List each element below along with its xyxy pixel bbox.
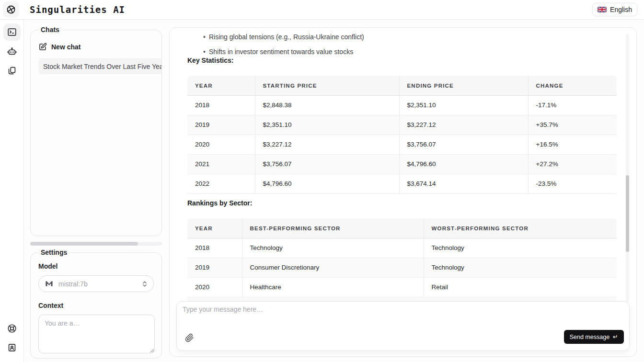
app-logo — [3, 1, 19, 18]
table-row: 2022$4,796.60$3,674.14-23.5% — [187, 174, 617, 194]
table-cell: 2020 — [187, 278, 242, 297]
context-label: Context — [38, 302, 161, 309]
language-label: English — [610, 6, 632, 13]
table-cell: Technology — [424, 258, 617, 278]
table-cell: 2019 — [187, 258, 242, 278]
send-message-label: Send message — [570, 334, 610, 340]
model-select[interactable]: mistral:7b — [38, 275, 154, 292]
table-row: 2020HealthcareRetail — [187, 278, 617, 297]
table-cell: +27.2% — [528, 155, 617, 174]
enter-key-icon: ↵ — [613, 334, 618, 340]
new-chat-button[interactable]: New chat — [38, 43, 80, 51]
edit-pencil-icon — [38, 43, 47, 51]
bullet-item: Rising global tensions (e.g., Russia-Ukr… — [203, 32, 364, 42]
copy-icon — [7, 65, 17, 76]
terminal-icon — [7, 27, 17, 37]
mistral-logo-icon — [45, 279, 54, 288]
table-cell: $3,756.07 — [255, 155, 399, 174]
planet-leaf-icon — [6, 4, 16, 15]
table-cell: $2,351.10 — [255, 115, 399, 135]
message-input[interactable] — [183, 305, 518, 330]
chats-panel: Chats New chat Stock Market Trends Over … — [30, 30, 162, 236]
model-select-value: mistral:7b — [58, 280, 137, 288]
column-header: STARTING PRICE — [255, 76, 399, 96]
chats-horizontal-scrollbar[interactable] — [30, 242, 162, 246]
key-statistics-heading: Key Statistics: — [187, 57, 233, 64]
user-card-icon — [7, 342, 17, 353]
chats-horizontal-scrollbar-thumb[interactable] — [30, 242, 138, 246]
main-vertical-scrollbar[interactable] — [626, 34, 629, 302]
settings-panel-legend: Settings — [38, 248, 69, 257]
context-input[interactable] — [38, 315, 155, 353]
rail-item-copy-pages[interactable] — [3, 62, 21, 79]
table-header-row: YEARBEST-PERFORMING SECTORWORST-PERFORMI… — [187, 218, 617, 238]
table-cell: -17.1% — [528, 96, 617, 115]
rail-item-help[interactable] — [3, 320, 21, 337]
table-cell: Healthcare — [242, 278, 424, 297]
table-cell: $2,351.10 — [399, 96, 528, 115]
column-header: YEAR — [187, 76, 255, 96]
table-row: 2019Consumer DiscretionaryTechnology — [187, 258, 617, 278]
table-cell: $2,848.38 — [255, 96, 399, 115]
table-cell: $3,227.12 — [255, 135, 399, 155]
column-header: WORST-PERFORMING SECTOR — [424, 218, 617, 238]
chevron-up-down-icon — [142, 281, 148, 287]
table-cell: +35.7% — [528, 115, 617, 135]
table-cell: 2021 — [187, 155, 255, 174]
column-header: YEAR — [187, 218, 242, 238]
column-header: BEST-PERFORMING SECTOR — [242, 218, 424, 238]
table-row: 2019$2,351.10$3,227.12+35.7% — [187, 115, 617, 135]
icon-rail — [0, 20, 24, 362]
rankings-heading: Rankings by Sector: — [187, 199, 252, 207]
table-row: 2021$3,756.07$4,796.60+27.2% — [187, 155, 617, 174]
table-row: 2020$3,227.12$3,756.07+16.5% — [187, 135, 617, 155]
table-cell: $3,674.14 — [399, 174, 528, 194]
table-row: 2018$2,848.38$2,351.10-17.1% — [187, 96, 617, 115]
main-vertical-scrollbar-thumb[interactable] — [626, 175, 629, 252]
table-cell: 2018 — [187, 96, 255, 115]
language-button[interactable]: English — [592, 3, 637, 16]
model-label: Model — [38, 262, 161, 270]
table-cell: $3,227.12 — [399, 115, 528, 135]
table-cell: $4,796.60 — [255, 174, 399, 194]
table-cell: 2022 — [187, 174, 255, 194]
paperclip-icon — [185, 333, 194, 342]
table-cell: -23.5% — [528, 174, 617, 194]
top-bar: Singularities AI English — [0, 0, 644, 20]
table-cell: +16.5% — [528, 135, 617, 155]
attach-file-button[interactable] — [183, 331, 196, 344]
table-cell: Consumer Discretionary — [242, 258, 424, 278]
table-header-row: YEARSTARTING PRICEENDING PRICECHANGE — [187, 76, 617, 96]
rail-item-chat-terminal[interactable] — [3, 23, 21, 41]
new-chat-label: New chat — [51, 43, 80, 51]
statistics-table: YEARSTARTING PRICEENDING PRICECHANGE2018… — [187, 76, 617, 194]
table-cell: Technology — [424, 238, 617, 258]
uk-flag-icon — [598, 7, 607, 12]
settings-panel: Settings Model mistral:7b Context — [30, 252, 162, 359]
table-cell: $3,756.07 — [399, 135, 528, 155]
chat-list-item-selected[interactable]: Stock Market Trends Over Last Five Years — [38, 59, 161, 74]
table-cell: 2018 — [187, 238, 242, 258]
rail-item-account[interactable] — [3, 339, 21, 356]
bullet-item: Shifts in investor sentiment towards val… — [203, 47, 364, 57]
table-cell: Retail — [424, 278, 617, 297]
table-row: 2018TechnologyTechnology — [187, 238, 617, 258]
table-cell: Technology — [242, 238, 424, 258]
chats-panel-legend: Chats — [38, 25, 62, 34]
page-title: Singularities AI — [30, 4, 125, 15]
column-header: CHANGE — [528, 76, 617, 96]
send-message-button[interactable]: Send message ↵ — [564, 330, 624, 344]
column-header: ENDING PRICE — [399, 76, 528, 96]
rail-item-models-robot[interactable] — [3, 43, 21, 60]
robot-icon — [7, 46, 17, 57]
sector-rankings-table: YEARBEST-PERFORMING SECTORWORST-PERFORMI… — [187, 218, 617, 302]
table-cell: $4,796.60 — [399, 155, 528, 174]
table-cell: 2020 — [187, 135, 255, 155]
table-cell: 2019 — [187, 115, 255, 135]
message-composer: Send message ↵ — [176, 301, 630, 351]
lifebuoy-help-icon — [7, 323, 17, 334]
